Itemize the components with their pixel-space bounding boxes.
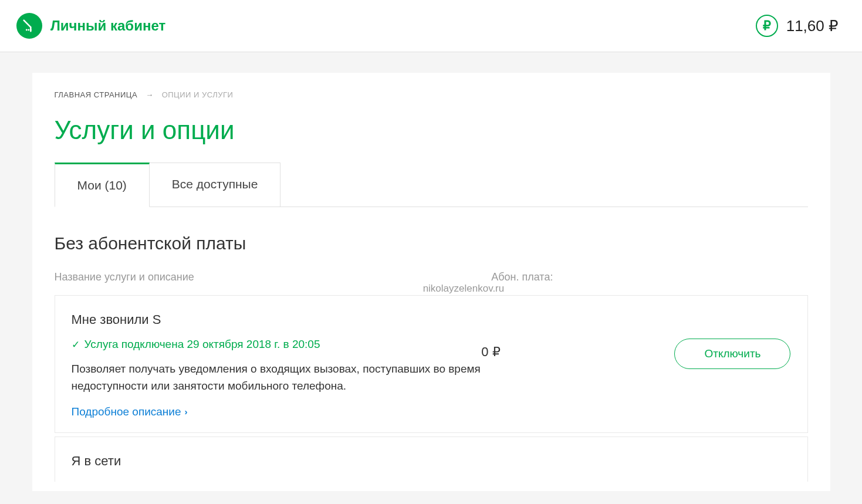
logo-area[interactable]: Личный кабинет [16,13,165,39]
check-icon: ✓ [72,339,80,351]
main-panel: ГЛАВНАЯ СТРАНИЦА → ОПЦИИ И УСЛУГИ Услуги… [32,73,830,491]
page-title: Услуги и опции [55,116,808,145]
section-title: Без абонентской платы [55,234,808,253]
details-link-text: Подробное описание [72,405,181,418]
service-name: Мне звонили S [72,312,482,327]
col-header-fee: Абон. плата: [491,271,650,283]
arrow-right-icon: → [146,90,154,99]
logo-text: Личный кабинет [50,18,165,34]
app-header: Личный кабинет ₽ 11,60 ₽ [0,0,862,52]
chevron-right-icon: › [185,407,188,417]
balance-area[interactable]: ₽ 11,60 ₽ [756,15,839,37]
disconnect-button[interactable]: Отключить [674,339,790,369]
svg-point-1 [28,29,29,31]
ruble-icon: ₽ [756,15,778,37]
service-status: ✓ Услуга подключена 29 октября 2018 г. в… [72,338,482,351]
breadcrumb: ГЛАВНАЯ СТРАНИЦА → ОПЦИИ И УСЛУГИ [55,90,808,99]
service-description: Позволяет получать уведомления о входящи… [72,360,482,395]
service-row: Я в сети [55,437,808,482]
service-fee: 0 ₽ [481,312,632,360]
columns-header: Название услуги и описание Абон. плата: [55,271,808,295]
service-name: Я в сети [72,454,482,469]
tab-mine[interactable]: Мои (10) [55,163,150,207]
service-row: Мне звонили S ✓ Услуга подключена 29 окт… [55,295,808,433]
svg-point-0 [26,29,28,31]
col-header-name: Название услуги и описание [55,271,492,283]
logo-icon [16,13,42,39]
tab-all[interactable]: Все доступные [150,163,281,207]
svg-point-2 [30,29,32,31]
service-status-text: Услуга подключена 29 октября 2018 г. в 2… [84,338,320,351]
tabs: Мои (10) Все доступные [55,163,808,207]
details-link[interactable]: Подробное описание › [72,405,188,418]
breadcrumb-current: ОПЦИИ И УСЛУГИ [162,90,234,99]
balance-value: 11,60 ₽ [786,17,839,35]
breadcrumb-home[interactable]: ГЛАВНАЯ СТРАНИЦА [55,90,138,99]
